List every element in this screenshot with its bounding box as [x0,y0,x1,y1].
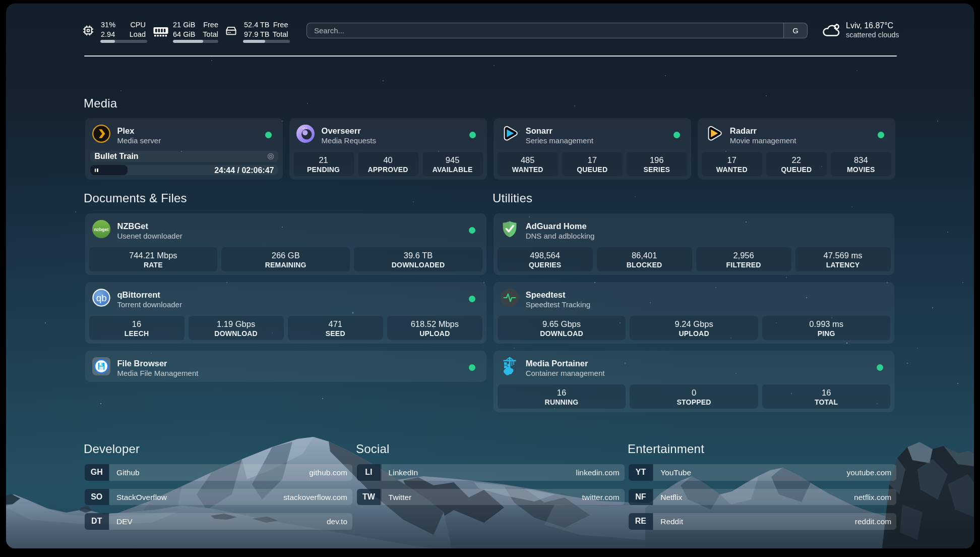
svg-text:nzbget: nzbget [94,227,108,232]
svg-text:qb: qb [96,293,106,303]
